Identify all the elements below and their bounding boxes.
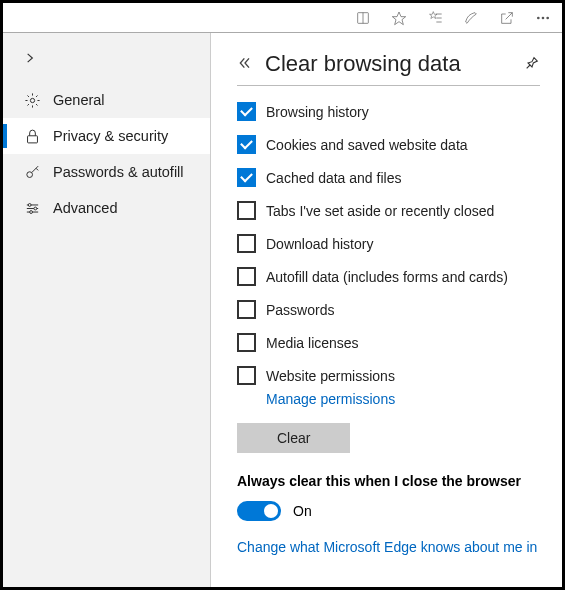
svg-point-16 bbox=[28, 203, 31, 206]
clear-button[interactable]: Clear bbox=[237, 423, 350, 453]
option-website-permissions[interactable]: Website permissions bbox=[237, 366, 540, 385]
sidebar-back-button[interactable] bbox=[3, 43, 210, 82]
sidebar-item-label: Advanced bbox=[53, 200, 118, 216]
option-browsing-history[interactable]: Browsing history bbox=[237, 102, 540, 121]
checkbox-icon[interactable] bbox=[237, 333, 256, 352]
pin-icon[interactable] bbox=[524, 55, 540, 74]
svg-point-7 bbox=[538, 17, 539, 18]
svg-point-9 bbox=[547, 17, 548, 18]
svg-point-10 bbox=[30, 98, 34, 102]
option-label: Autofill data (includes forms and cards) bbox=[266, 269, 508, 285]
option-tabs-set-aside[interactable]: Tabs I've set aside or recently closed bbox=[237, 201, 540, 220]
checkbox-icon[interactable] bbox=[237, 267, 256, 286]
gear-icon bbox=[23, 91, 41, 109]
key-icon bbox=[23, 163, 41, 181]
page-title: Clear browsing data bbox=[265, 51, 512, 77]
option-label: Media licenses bbox=[266, 335, 359, 351]
checkbox-icon[interactable] bbox=[237, 135, 256, 154]
lock-icon bbox=[23, 127, 41, 145]
content-area: General Privacy & security Passwords & a… bbox=[3, 33, 562, 587]
svg-point-12 bbox=[26, 171, 32, 177]
checkbox-icon[interactable] bbox=[237, 366, 256, 385]
always-clear-label: Always clear this when I close the brows… bbox=[237, 473, 540, 489]
checkbox-icon[interactable] bbox=[237, 102, 256, 121]
option-label: Passwords bbox=[266, 302, 334, 318]
option-label: Tabs I've set aside or recently closed bbox=[266, 203, 494, 219]
manage-permissions-link[interactable]: Manage permissions bbox=[266, 391, 540, 407]
notes-icon[interactable] bbox=[458, 5, 484, 31]
main-panel: Clear browsing data Browsing history Coo… bbox=[211, 33, 562, 587]
share-icon[interactable] bbox=[494, 5, 520, 31]
checkbox-icon[interactable] bbox=[237, 300, 256, 319]
divider bbox=[237, 85, 540, 86]
option-label: Website permissions bbox=[266, 368, 395, 384]
svg-line-19 bbox=[527, 65, 530, 68]
option-label: Cookies and saved website data bbox=[266, 137, 468, 153]
always-clear-toggle-row: On bbox=[237, 501, 540, 521]
sidebar-item-passwords-autofill[interactable]: Passwords & autofill bbox=[3, 154, 210, 190]
svg-marker-3 bbox=[430, 11, 437, 18]
sidebar-item-advanced[interactable]: Advanced bbox=[3, 190, 210, 226]
option-media-licenses[interactable]: Media licenses bbox=[237, 333, 540, 352]
option-download-history[interactable]: Download history bbox=[237, 234, 540, 253]
sidebar-item-label: Privacy & security bbox=[53, 128, 168, 144]
sliders-icon bbox=[23, 199, 41, 217]
favorite-star-icon[interactable] bbox=[386, 5, 412, 31]
favorites-list-icon[interactable] bbox=[422, 5, 448, 31]
svg-point-17 bbox=[33, 207, 36, 210]
checkbox-icon[interactable] bbox=[237, 168, 256, 187]
option-cookies[interactable]: Cookies and saved website data bbox=[237, 135, 540, 154]
checkbox-icon[interactable] bbox=[237, 234, 256, 253]
sidebar-item-label: General bbox=[53, 92, 105, 108]
checkbox-icon[interactable] bbox=[237, 201, 256, 220]
option-label: Cached data and files bbox=[266, 170, 401, 186]
sidebar-item-general[interactable]: General bbox=[3, 82, 210, 118]
more-icon[interactable] bbox=[530, 5, 556, 31]
svg-marker-2 bbox=[392, 12, 405, 25]
svg-point-18 bbox=[29, 210, 32, 213]
toggle-switch[interactable] bbox=[237, 501, 281, 521]
toggle-state-label: On bbox=[293, 503, 312, 519]
option-passwords[interactable]: Passwords bbox=[237, 300, 540, 319]
option-cached-data[interactable]: Cached data and files bbox=[237, 168, 540, 187]
option-label: Browsing history bbox=[266, 104, 369, 120]
svg-rect-11 bbox=[27, 135, 37, 142]
back-double-icon[interactable] bbox=[237, 55, 253, 74]
main-header: Clear browsing data bbox=[237, 51, 540, 77]
option-autofill-data[interactable]: Autofill data (includes forms and cards) bbox=[237, 267, 540, 286]
titlebar bbox=[3, 3, 562, 33]
svg-point-8 bbox=[542, 17, 543, 18]
change-what-edge-knows-link[interactable]: Change what Microsoft Edge knows about m… bbox=[237, 539, 540, 555]
option-label: Download history bbox=[266, 236, 373, 252]
sidebar: General Privacy & security Passwords & a… bbox=[3, 33, 211, 587]
sidebar-item-label: Passwords & autofill bbox=[53, 164, 184, 180]
sidebar-item-privacy-security[interactable]: Privacy & security bbox=[3, 118, 210, 154]
reading-view-icon[interactable] bbox=[350, 5, 376, 31]
